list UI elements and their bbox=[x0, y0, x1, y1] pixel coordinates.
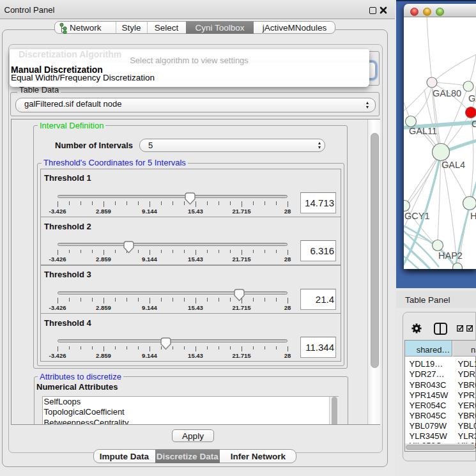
svg-text:C: C bbox=[472, 119, 476, 129]
svg-text:GCY1: GCY1 bbox=[404, 211, 430, 221]
svg-text:GAL4: GAL4 bbox=[441, 160, 465, 170]
svg-text:GA: GA bbox=[468, 93, 476, 104]
svg-text:HAP2: HAP2 bbox=[438, 250, 463, 261]
svg-text:GAL11: GAL11 bbox=[409, 126, 437, 136]
svg-text:GAL80: GAL80 bbox=[433, 88, 461, 98]
svg-text:H: H bbox=[470, 211, 476, 221]
